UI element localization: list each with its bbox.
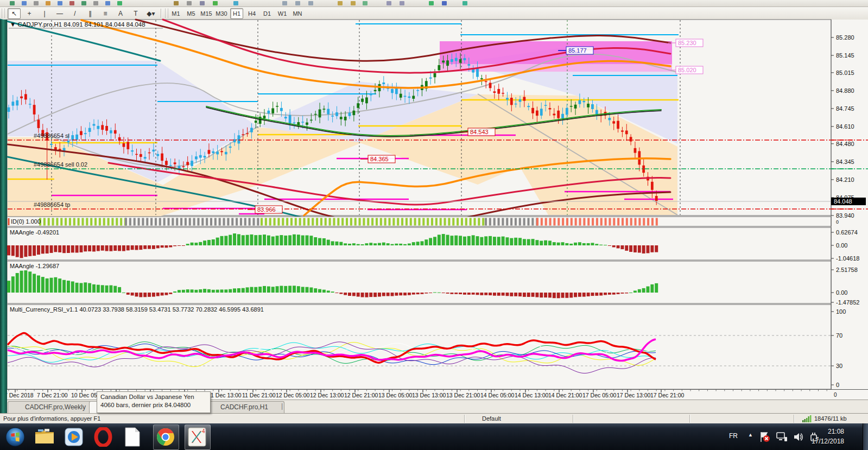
symbol-tooltip: Canadian Dollar vs Japanese Yen 4060 bar… bbox=[97, 391, 211, 413]
order-label: #49886654 sell 0.02 bbox=[34, 161, 87, 168]
chart-area[interactable]: #49886654 sl#49886654 sell 0.02#49886654… bbox=[0, 0, 868, 450]
taskbar: 4 FR ▲ 21:08 17/12/2018 bbox=[0, 423, 868, 450]
indicator-axis-label: -1.04618 bbox=[836, 255, 859, 262]
time-axis-label[interactable]: 13 Dec 13:00 bbox=[412, 392, 446, 398]
explorer-icon[interactable] bbox=[34, 426, 55, 448]
svg-text:0: 0 bbox=[834, 392, 837, 398]
chart-title[interactable]: ▼ CADJPY.pro,H1 84.091 84.101 84.044 84.… bbox=[10, 21, 145, 28]
indicator-axis-label: 0.00 bbox=[836, 289, 847, 296]
rsi-axis-label: 30 bbox=[836, 363, 842, 369]
taskbar-clock[interactable]: 21:08 17/12/2018 bbox=[812, 427, 844, 446]
window-edge-strip bbox=[0, 20, 7, 423]
rsi-axis-label: 0 bbox=[836, 382, 839, 388]
time-axis-label[interactable]: 7 Dec 21:00 bbox=[37, 392, 68, 398]
time-axis-label[interactable]: 13 Dec 05:00 bbox=[378, 392, 413, 398]
time-axis-label[interactable]: 17 Dec 05:00 bbox=[582, 392, 617, 398]
clock-date: 17/12/2018 bbox=[812, 436, 844, 446]
chart-tab-cadchf-pro-h1[interactable]: CADCHF.pro,H1 bbox=[204, 401, 284, 413]
status-help-text: Pour plus d'informations, appuyer F1 bbox=[3, 415, 100, 422]
tooltip-symbol-name: Canadian Dollar vs Japanese Yen bbox=[100, 393, 207, 401]
time-axis-label[interactable]: 13 Dec 21:00 bbox=[446, 392, 480, 398]
indicator-label: MAAngle -1.29687 bbox=[10, 263, 59, 269]
time-axis-label[interactable]: 17 Dec 13:00 bbox=[617, 392, 651, 398]
status-bar: Pour plus d'informations, appuyer F1 Def… bbox=[0, 413, 868, 424]
time-axis-label[interactable]: 12 Dec 05:00 bbox=[276, 392, 310, 398]
indicator-label: MAAngle -0.49201 bbox=[10, 229, 59, 236]
show-desktop-button[interactable] bbox=[863, 423, 868, 450]
chrome-icon[interactable] bbox=[155, 426, 176, 448]
network-icon[interactable] bbox=[776, 432, 788, 442]
volume-icon[interactable] bbox=[793, 432, 804, 442]
rsi-panel bbox=[7, 305, 831, 389]
language-indicator[interactable]: FR bbox=[729, 432, 738, 440]
opera-icon[interactable] bbox=[92, 426, 114, 448]
price-axis-label[interactable]: 84.210 bbox=[836, 176, 854, 183]
indicator-axis-label: 0.62674 bbox=[836, 229, 858, 236]
svg-text:0: 0 bbox=[836, 219, 839, 225]
time-axis-label[interactable]: 11 Dec 21:00 bbox=[242, 392, 276, 398]
clock-time: 21:08 bbox=[812, 427, 844, 436]
svg-text:84.365: 84.365 bbox=[370, 156, 389, 162]
time-axis-label[interactable]: 11 Dec 13:00 bbox=[208, 392, 242, 398]
maangle-panel-2 bbox=[7, 261, 831, 303]
rsi-axis-label: 70 bbox=[836, 332, 842, 339]
indicator-axis-label: -1.47852 bbox=[836, 299, 859, 306]
svg-text:84.543: 84.543 bbox=[470, 129, 489, 135]
indicator-axis-label: 2.51758 bbox=[836, 267, 858, 273]
action-center-flag-icon[interactable] bbox=[759, 432, 770, 442]
tab-separator: | bbox=[281, 402, 283, 410]
document-icon[interactable] bbox=[122, 426, 143, 448]
price-axis-label[interactable]: 84.610 bbox=[836, 123, 854, 130]
mt4-icon[interactable]: 4 bbox=[186, 426, 208, 448]
price-axis-label[interactable]: 85.145 bbox=[836, 52, 854, 59]
svg-text:85.177: 85.177 bbox=[568, 47, 587, 54]
id-indicator-label: ID(0) 1.000 bbox=[11, 218, 41, 225]
order-label: #49886654 sl bbox=[34, 132, 69, 139]
rsi-label: Multi_Currency_RSI_v1.1 40.0723 33.7938 … bbox=[10, 306, 264, 313]
svg-text:85.020: 85.020 bbox=[678, 67, 696, 73]
time-axis-label[interactable]: 12 Dec 21:00 bbox=[344, 392, 378, 398]
status-connection: 18476/11 kb bbox=[814, 415, 847, 422]
price-axis-label[interactable]: 83.940 bbox=[836, 212, 854, 219]
time-axis-label[interactable]: 14 Dec 13:00 bbox=[515, 392, 549, 398]
price-axis-label[interactable]: 84.880 bbox=[836, 87, 854, 94]
connection-signal-icon bbox=[802, 415, 812, 422]
time-axis-label[interactable]: 12 Dec 13:00 bbox=[310, 392, 344, 398]
status-profile[interactable]: Default bbox=[482, 415, 501, 422]
order-label: #49886654 tp bbox=[34, 201, 70, 208]
metatrader-window: ↖+|—/∥≡AT◆▾M1M5M15M30H1H4D1W1MN #4988665… bbox=[0, 0, 868, 450]
svg-text:85.230: 85.230 bbox=[678, 40, 696, 46]
price-axis-label[interactable]: 84.345 bbox=[836, 159, 854, 165]
time-axis-label[interactable]: 17 Dec 21:00 bbox=[650, 392, 685, 398]
price-axis-label[interactable]: 84.745 bbox=[836, 105, 854, 112]
price-axis-label[interactable]: 85.280 bbox=[836, 34, 854, 41]
time-axis-label[interactable]: 14 Dec 21:00 bbox=[548, 392, 582, 398]
tray-expand-icon[interactable]: ▲ bbox=[748, 432, 753, 438]
tooltip-bars-info: 4060 bars, dernier prix 84.04800 bbox=[100, 401, 207, 409]
rsi-axis-label: 100 bbox=[836, 308, 846, 315]
indicator-axis-label: 0.00 bbox=[836, 242, 847, 249]
svg-text:84.048: 84.048 bbox=[834, 198, 852, 205]
price-axis-label[interactable]: 85.015 bbox=[836, 69, 854, 76]
start-button[interactable] bbox=[4, 426, 26, 448]
time-axis-label[interactable]: 14 Dec 05:00 bbox=[480, 392, 515, 398]
pink-zone bbox=[440, 41, 672, 64]
price-axis-label[interactable]: 84.480 bbox=[836, 141, 854, 147]
svg-text:83.966: 83.966 bbox=[257, 206, 276, 213]
svg-text:4: 4 bbox=[202, 428, 205, 434]
media-player-icon[interactable] bbox=[63, 426, 85, 448]
time-axis-label[interactable]: 7 Dec 2018 bbox=[4, 392, 34, 398]
